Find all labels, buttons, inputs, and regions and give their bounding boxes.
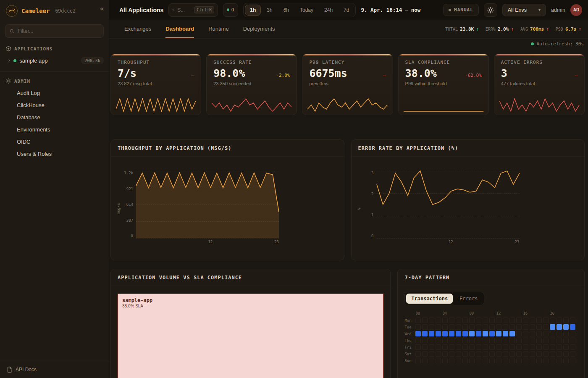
heatmap-cell[interactable] [543,344,549,350]
heatmap-cell[interactable] [509,318,515,323]
heatmap-cell[interactable] [483,338,488,343]
chevron-right-icon[interactable]: › [8,58,10,63]
heatmap-cell[interactable] [469,331,475,336]
heatmap-cell[interactable] [556,324,562,330]
heatmap-cell[interactable] [449,344,454,350]
heatmap-cell[interactable] [436,351,441,357]
heatmap-cell[interactable] [530,358,535,363]
heatmap-cell[interactable] [523,358,528,363]
heatmap-cell[interactable] [563,324,569,330]
heatmap-cell[interactable] [422,338,428,343]
heatmap-cell[interactable] [503,318,508,323]
heatmap-cell[interactable] [456,324,461,330]
heatmap-cell[interactable] [563,358,569,363]
heatmap-cell[interactable] [503,358,508,363]
sidebar-item-users-roles[interactable]: Users & Roles [0,148,109,160]
env-selector-dropdown[interactable]: All Envs ▾ [502,4,546,16]
heatmap-cell[interactable] [550,331,555,336]
range-button-today[interactable]: Today [295,5,318,16]
heatmap-cell[interactable] [462,358,468,363]
range-button-24h[interactable]: 24h [319,5,338,16]
heatmap-cell[interactable] [550,344,555,350]
heatmap-cell[interactable] [516,318,522,323]
heatmap-cell[interactable] [543,351,549,357]
heatmap-cell[interactable] [469,344,475,350]
range-button-6h[interactable]: 6h [278,5,294,16]
heatmap-cell[interactable] [489,318,495,323]
manual-refresh-button[interactable]: MANUAL [443,4,479,16]
heatmap-cell[interactable] [429,324,434,330]
heatmap-cell[interactable] [462,331,468,336]
heatmap-cell[interactable] [556,331,562,336]
heatmap-cell[interactable] [476,358,481,363]
heatmap-cell[interactable] [570,358,575,363]
heatmap-cell[interactable] [550,358,555,363]
heatmap-cell[interactable] [530,344,535,350]
heatmap-cell[interactable] [449,338,454,343]
heatmap-cell[interactable] [489,331,495,336]
tab-runtime[interactable]: Runtime [208,20,228,38]
heatmap-cell[interactable] [550,318,555,323]
sidebar-item-clickhouse[interactable]: ClickHouse [0,99,109,111]
heatmap-cell[interactable] [550,338,555,343]
range-button-1h[interactable]: 1h [245,5,261,16]
heatmap-cell[interactable] [523,331,528,336]
heatmap-cell[interactable] [476,331,481,336]
heatmap-cell[interactable] [536,351,542,357]
heatmap-cell[interactable] [516,324,522,330]
sidebar-item-sample-app[interactable]: › sample app 208.3k [0,55,109,66]
heatmap-cell[interactable] [415,351,421,357]
heatmap-cell[interactable] [415,358,421,363]
heatmap-cell[interactable] [509,331,515,336]
heatmap-cell[interactable] [489,338,495,343]
heatmap-cell[interactable] [456,344,461,350]
heatmap-cell[interactable] [462,324,468,330]
heatmap-cell[interactable] [523,318,528,323]
heatmap-cell[interactable] [563,351,569,357]
heatmap-cell[interactable] [523,338,528,343]
heatmap-cell[interactable] [436,331,441,336]
heatmap-cell[interactable] [422,324,428,330]
heatmap-cell[interactable] [489,344,495,350]
heatmap-cell[interactable] [563,338,569,343]
tab-deployments[interactable]: Deployments [243,20,275,38]
heatmap-cell[interactable] [509,351,515,357]
filter-input[interactable] [18,28,99,34]
heatmap-cell[interactable] [496,351,501,357]
heatmap-cell[interactable] [442,324,448,330]
heatmap-cell[interactable] [442,338,448,343]
heatmap-cell[interactable] [489,324,495,330]
range-button-3h[interactable]: 3h [262,5,277,16]
tab-transactions[interactable]: Transactions [406,294,453,304]
heatmap-cell[interactable] [436,318,441,323]
heatmap-cell[interactable] [523,351,528,357]
sidebar-item-database[interactable]: Database [0,111,109,123]
heatmap-cell[interactable] [462,344,468,350]
heatmap-cell[interactable] [523,324,528,330]
heatmap-cell[interactable] [462,318,468,323]
heatmap-cell[interactable] [516,338,522,343]
range-button-7d[interactable]: 7d [339,5,354,16]
heatmap-cell[interactable] [556,318,562,323]
heatmap-cell[interactable] [496,338,501,343]
heatmap-cell[interactable] [489,351,495,357]
heatmap-cell[interactable] [449,358,454,363]
heatmap-cell[interactable] [469,338,475,343]
heatmap-cell[interactable] [415,318,421,323]
heatmap-cell[interactable] [476,324,481,330]
heatmap-cell[interactable] [442,318,448,323]
heatmap-cell[interactable] [530,338,535,343]
heatmap-cell[interactable] [429,351,434,357]
heatmap-cell[interactable] [570,331,575,336]
heatmap-cell[interactable] [536,318,542,323]
heatmap-cell[interactable] [442,344,448,350]
heatmap-cell[interactable] [429,344,434,350]
heatmap-cell[interactable] [483,318,488,323]
heatmap-cell[interactable] [556,351,562,357]
heatmap-cell[interactable] [456,331,461,336]
heatmap-cell[interactable] [503,351,508,357]
sidebar-collapse-button[interactable]: « [100,5,104,13]
heatmap-cell[interactable] [536,344,542,350]
heatmap-cell[interactable] [422,358,428,363]
heatmap-cell[interactable] [530,331,535,336]
